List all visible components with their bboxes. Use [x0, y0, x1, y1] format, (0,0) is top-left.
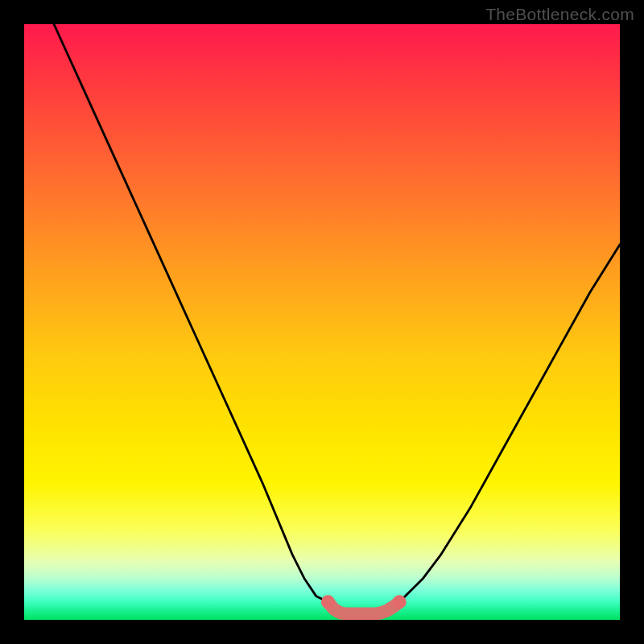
curve-svg	[24, 24, 620, 620]
frame: TheBottleneck.com	[0, 0, 644, 644]
floor-band-end-right	[393, 595, 407, 609]
plot-area	[24, 24, 620, 620]
watermark-text: TheBottleneck.com	[485, 5, 634, 24]
series-left-arm	[54, 24, 328, 602]
series-right-arm	[399, 245, 620, 602]
series-floor-band	[328, 602, 399, 614]
floor-band-end-left	[321, 595, 335, 609]
series-group	[54, 24, 620, 614]
